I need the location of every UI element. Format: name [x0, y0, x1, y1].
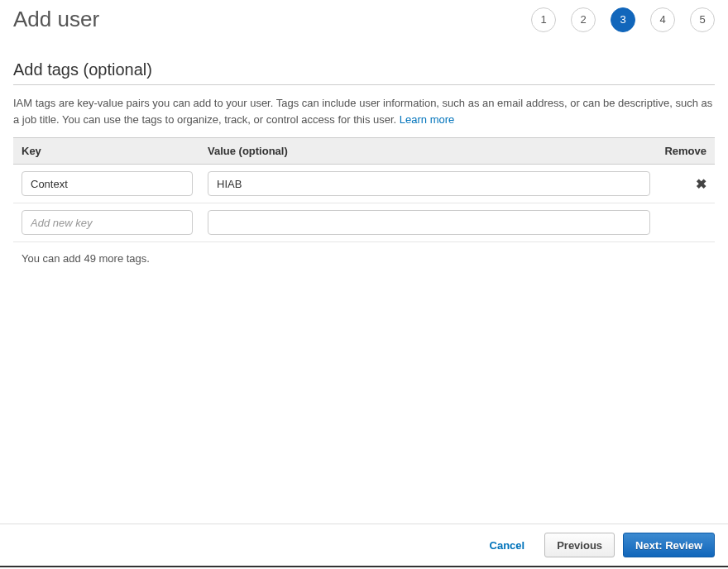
description-text: IAM tags are key-value pairs you can add…	[13, 97, 712, 126]
header-value: Value (optional)	[208, 145, 657, 157]
next-review-button[interactable]: Next: Review	[623, 533, 715, 557]
tag-key-input[interactable]	[22, 171, 193, 196]
wizard-stepper: 1 2 3 4 5	[531, 7, 715, 32]
page-title: Add user	[13, 7, 99, 32]
step-3[interactable]: 3	[611, 7, 635, 32]
tag-limit-text: You can add 49 more tags.	[13, 242, 715, 275]
section-title: Add tags (optional)	[13, 60, 715, 79]
tag-value-input[interactable]	[208, 171, 650, 196]
table-row: ✖	[13, 165, 715, 203]
divider	[13, 84, 715, 85]
previous-button[interactable]: Previous	[544, 533, 615, 557]
step-5[interactable]: 5	[690, 7, 715, 32]
step-4[interactable]: 4	[650, 7, 675, 32]
cancel-button[interactable]: Cancel	[478, 533, 537, 557]
tag-value-input-new[interactable]	[208, 210, 650, 235]
tag-key-input-new[interactable]	[22, 210, 193, 235]
step-2[interactable]: 2	[571, 7, 596, 32]
step-1[interactable]: 1	[531, 7, 556, 32]
table-row	[13, 203, 715, 242]
tags-description: IAM tags are key-value pairs you can add…	[13, 95, 715, 127]
header-key: Key	[22, 145, 208, 157]
tags-table-header: Key Value (optional) Remove	[13, 137, 715, 165]
remove-tag-icon[interactable]: ✖	[696, 176, 706, 192]
header-remove: Remove	[657, 145, 706, 157]
wizard-footer: Cancel Previous Next: Review	[0, 524, 728, 567]
learn-more-link[interactable]: Learn more	[400, 113, 454, 126]
tags-table: Key Value (optional) Remove ✖	[13, 137, 715, 242]
